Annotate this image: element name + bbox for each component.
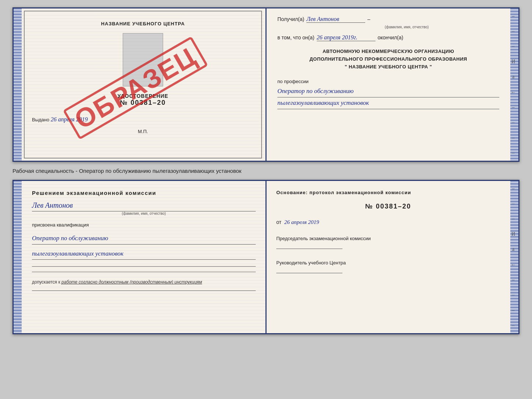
- protocol-number: № 00381–20: [276, 203, 500, 210]
- left-decorative-strip-bottom: [14, 181, 22, 333]
- org-line2: ДОПОЛНИТЕЛЬНОГО ПРОФЕССИОНАЛЬНОГО ОБРАЗО…: [277, 56, 499, 63]
- head-label: Руководитель учебного Центра: [276, 260, 500, 266]
- chairman-block: Председатель экзаменационной комиссии: [276, 236, 500, 249]
- recipient-name-field: Лев Антонов: [306, 16, 365, 23]
- allow-text: работе согласно должностным (производств…: [61, 279, 202, 285]
- protocol-date-row: от 26 апреля 2019: [276, 219, 500, 225]
- chairman-label: Председатель экзаменационной комиссии: [276, 236, 500, 241]
- qual-line2: пылегазоулавливающих установок: [32, 248, 256, 260]
- profession-block: по профессии Оператор по обслуживанию пы…: [277, 79, 499, 109]
- profession-label: по профессии: [277, 79, 499, 84]
- cert-label: УДОСТОВЕРЕНИЕ: [118, 93, 168, 99]
- allow-block: допускается к работе согласно должностны…: [32, 279, 256, 285]
- decision-label: Решением экзаменационной комиссии: [32, 190, 256, 196]
- sig-line3: [32, 291, 256, 291]
- mp-label: М.П.: [138, 129, 148, 134]
- photo-placeholder: [123, 33, 163, 86]
- completion-date: 26 апреля 2019г.: [317, 34, 357, 40]
- name-sublabel: (фамилия, имя, отчество): [314, 25, 499, 29]
- qual-line1: Оператор по обслуживанию: [32, 233, 256, 245]
- issued-label: Выдано: [32, 117, 49, 122]
- received-row: Получил(а) Лев Антонов –: [277, 16, 499, 23]
- finished-label: окончил(а): [378, 35, 403, 40]
- received-label: Получил(а): [277, 16, 304, 22]
- sig-line1: [32, 266, 256, 267]
- chairman-sig-line: [276, 249, 342, 249]
- protocol-date: 26 апреля 2019: [284, 219, 319, 225]
- bottom-certificate-book: Решением экзаменационной комиссии Лев Ан…: [12, 180, 520, 334]
- top-cert-left-page: НАЗВАНИЕ УЧЕБНОГО ЦЕНТРА УДОСТОВЕРЕНИЕ №…: [22, 8, 264, 161]
- head-sig-line: [276, 273, 342, 273]
- issued-line: Выдано 26 апреля 2019: [32, 116, 254, 123]
- org-name: " НАЗВАНИЕ УЧЕБНОГО ЦЕНТРА ": [277, 63, 499, 71]
- left-decorative-strip: [14, 8, 22, 161]
- cert-number-block: УДОСТОВЕРЕНИЕ № 00381–20: [118, 93, 168, 107]
- completion-date-field: 26 апреля 2019г.: [317, 34, 375, 41]
- top-cert-right-page: Получил(а) Лев Антонов – (фамилия, имя, …: [264, 8, 510, 161]
- school-title: НАЗВАНИЕ УЧЕБНОГО ЦЕНТРА: [101, 21, 185, 26]
- org-line1: АВТОНОМНУЮ НЕКОММЕРЧЕСКУЮ ОРГАНИЗАЦИЮ: [277, 48, 499, 56]
- allow-prefix: допускается к: [32, 279, 60, 285]
- issued-date: 26 апреля 2019: [51, 116, 88, 122]
- head-block: Руководитель учебного Центра: [276, 260, 500, 273]
- profession-line2: пылегазоулавливающих установок: [277, 97, 499, 109]
- qualification-label: присвоена квалификация: [32, 222, 256, 228]
- sig-line2: [32, 272, 256, 272]
- bottom-person-name: Лев Антонов: [32, 201, 73, 209]
- bottom-cert-left-page: Решением экзаменационной комиссии Лев Ан…: [22, 181, 266, 333]
- org-block: АВТОНОМНУЮ НЕКОММЕРЧЕСКУЮ ОРГАНИЗАЦИЮ ДО…: [277, 48, 499, 71]
- cert-number: № 00381–20: [118, 99, 168, 107]
- dash-separator: –: [367, 16, 370, 22]
- person-name-bottom: Лев Антонов (фамилия, имя, отчество): [32, 201, 256, 215]
- top-certificate-book: НАЗВАНИЕ УЧЕБНОГО ЦЕНТРА УДОСТОВЕРЕНИЕ №…: [12, 7, 520, 162]
- document-container: НАЗВАНИЕ УЧЕБНОГО ЦЕНТРА УДОСТОВЕРЕНИЕ №…: [12, 7, 520, 334]
- right-side-dashes-bottom: – – – И а ← – – – –: [509, 181, 518, 333]
- bottom-cert-right-page: Основание: протокол экзаменационной коми…: [266, 181, 510, 333]
- date-prefix: от: [276, 219, 281, 225]
- in-that-row: в том, что он(а) 26 апреля 2019г. окончи…: [277, 34, 499, 41]
- right-side-dashes-top: – – – И а ← – – – –: [509, 8, 518, 161]
- in-that-label: в том, что он(а): [277, 35, 314, 40]
- profession-line1: Оператор по обслуживанию: [277, 86, 499, 97]
- recipient-name: Лев Антонов: [306, 16, 339, 22]
- specialty-text: Рабочая специальность - Оператор по обсл…: [12, 165, 520, 176]
- bottom-name-sublabel: (фамилия, имя, отчество): [32, 211, 256, 215]
- basis-label: Основание: протокол экзаменационной коми…: [276, 190, 500, 195]
